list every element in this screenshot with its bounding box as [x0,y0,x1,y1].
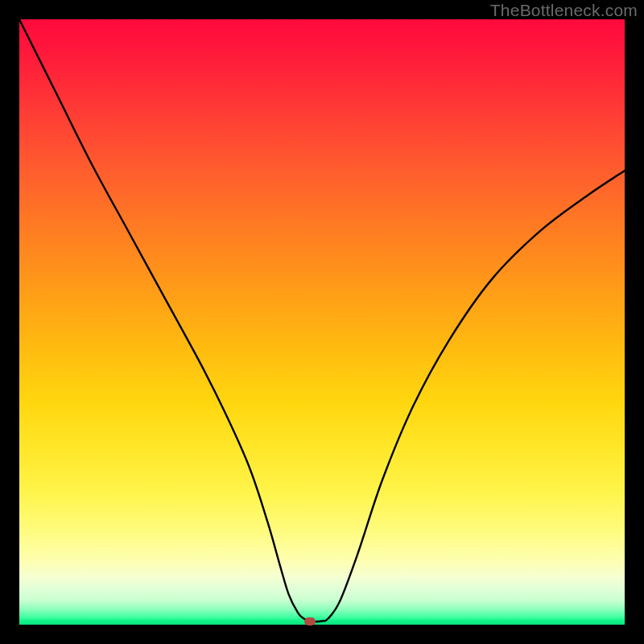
chart-frame: TheBottleneck.com [0,0,644,644]
plot-area [19,19,625,625]
curve-svg [19,19,625,625]
watermark-text: TheBottleneck.com [490,1,638,20]
optimum-marker [304,617,316,625]
bottleneck-curve [19,19,625,621]
